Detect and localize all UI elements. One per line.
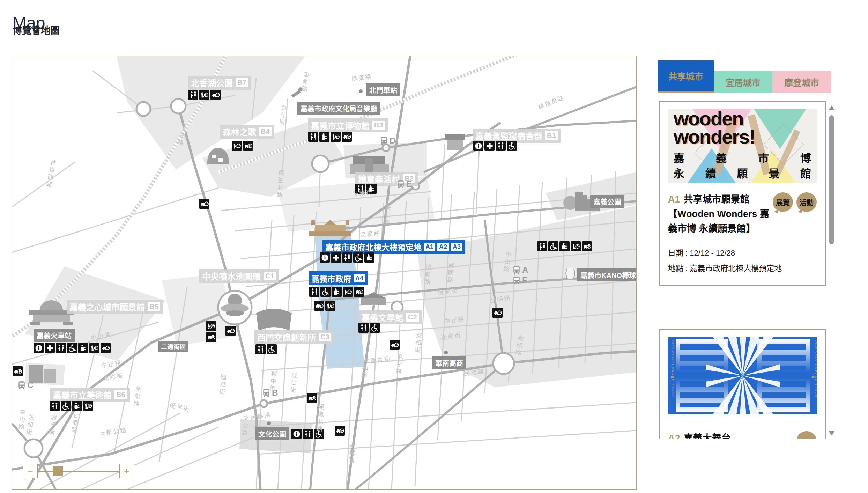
scooter-parking-icon	[83, 401, 93, 411]
venue-label[interactable]: 嘉義市立博物館B3	[308, 118, 388, 132]
venue-label[interactable]: 嘉義市政府A4	[309, 271, 368, 285]
venue-code-B3: B3	[372, 121, 385, 130]
venue-label[interactable]: 嘉義公園	[590, 195, 624, 208]
venue-code: A2	[668, 433, 680, 439]
car-parking-icon	[307, 393, 317, 403]
venue-code: A1	[668, 194, 680, 205]
bus-icon	[379, 136, 389, 146]
venue-華南高商: 華南高商	[432, 356, 466, 369]
nursing-icon	[72, 401, 82, 411]
venue-code-C3: C3	[319, 333, 331, 341]
poster-title-en: woodenwonders!	[674, 110, 755, 146]
venue-label[interactable]: 文化公園	[255, 427, 289, 440]
venue-嘉義市立美術館: 嘉義市立美術館B6	[50, 388, 130, 402]
facility-icon-row	[308, 132, 352, 142]
car-parking-icon	[354, 287, 364, 297]
car-parking-icon	[390, 340, 400, 350]
venue-code-B4: B4	[259, 127, 272, 136]
venue-card-a1[interactable]: woodenwonders! 嘉義市博 永續願景館 A1共享城市願景館【Wood…	[659, 101, 826, 286]
info-icon	[34, 343, 44, 353]
venue-code-A3: A3	[451, 243, 462, 251]
toilet-icon	[308, 132, 318, 142]
car-parking-icon	[314, 301, 324, 311]
venue-label[interactable]: 二通街區	[158, 341, 188, 352]
facility-icon-row	[537, 241, 592, 251]
venue-code-B7: B7	[236, 78, 248, 87]
zoom-out-button[interactable]: −	[23, 464, 38, 478]
venue-label[interactable]: 嘉義之心城市願景館B5	[67, 300, 163, 314]
poster-title-zh2: 永續願景館	[674, 165, 811, 181]
landmark-museum	[350, 156, 389, 174]
zoom-in-button[interactable]: +	[119, 464, 134, 478]
toilet-icon	[303, 429, 313, 439]
tab-宜居城市[interactable]: 宜居城市	[714, 71, 772, 93]
toilet-icon	[496, 141, 506, 151]
venue-tag-展覽: 展覽	[773, 192, 793, 212]
nursing-icon	[559, 241, 570, 251]
map-zoom-control[interactable]: − +	[23, 464, 134, 479]
venue-嘉義市KANO棒球場: 嘉義市KANO棒球場	[577, 268, 637, 281]
standalone-parking	[206, 321, 216, 331]
facility-icon-row	[188, 90, 221, 100]
scrollbar-thumb[interactable]	[829, 115, 834, 244]
nursing-icon	[364, 252, 374, 263]
toilet-icon	[342, 252, 352, 263]
standalone-parking	[225, 326, 236, 336]
scroll-up-icon[interactable]	[829, 105, 834, 110]
car-parking-icon	[243, 141, 253, 151]
scooter-parking-icon	[343, 287, 353, 297]
car-parking-icon	[582, 241, 592, 251]
car-parking-icon	[342, 132, 352, 142]
accessible-icon	[61, 401, 71, 411]
venue-label[interactable]: 森林之歌B4	[220, 125, 274, 139]
venue-label[interactable]: 嘉義火車站	[34, 329, 75, 342]
venue-card-list[interactable]: woodenwonders! 嘉義市博 永續願景館 A1共享城市願景館【Wood…	[658, 101, 834, 439]
facility-icon-row	[232, 141, 253, 151]
sidebar-scrollbar[interactable]	[829, 101, 834, 439]
venue-嘉義文學館: 嘉義文學館C2	[359, 310, 422, 324]
category-tabs: 共享城市宜居城市摩登城市	[658, 60, 834, 93]
zoom-slider-handle[interactable]	[53, 466, 63, 476]
venue-label[interactable]: 嘉義市政府北棟大樓預定地A1A2A3	[322, 240, 465, 254]
venue-嘉義市政府文化局音樂廳: 嘉義市政府文化局音樂廳	[297, 102, 380, 115]
standalone-parking	[335, 426, 345, 436]
venue-嘉義市政府: 嘉義市政府A4	[309, 271, 368, 285]
scroll-down-icon[interactable]	[829, 431, 834, 436]
poster-side-text: 2025 CHIAYI GRAND STAGE	[671, 340, 674, 397]
facility-icon-row	[309, 287, 364, 297]
venue-label[interactable]: 嘉義市立美術館B6	[50, 388, 130, 402]
zoom-slider-track[interactable]	[30, 471, 127, 472]
street-label-長榮街: 長榮街	[352, 187, 373, 198]
info-icon	[473, 141, 483, 151]
venue-label[interactable]: 北香湖公園B7	[188, 76, 251, 90]
venue-label[interactable]: 嘉義市政府文化局音樂廳	[297, 102, 380, 115]
venue-label[interactable]: 嘉義文學館C2	[359, 310, 422, 324]
car-parking-icon	[335, 426, 345, 436]
bus-stop-D: D	[379, 136, 395, 146]
venue-card-a2[interactable]: 2025 CHIAYI GRAND STAGE 2025 CHIAYI GRAN…	[659, 329, 826, 439]
standalone-parking	[206, 332, 216, 342]
venue-tags: 展覽活動	[773, 192, 817, 236]
tab-摩登城市[interactable]: 摩登城市	[772, 71, 831, 93]
venue-date: 日期 : 12/12 - 12/28	[668, 245, 817, 261]
venue-二通街區: 二通街區	[158, 341, 188, 352]
first-aid-icon	[331, 252, 341, 263]
venue-code-A2: A2	[437, 243, 449, 251]
standalone-parking	[390, 340, 400, 350]
nursing-icon	[332, 287, 342, 297]
venue-label[interactable]: 北門車站	[366, 83, 400, 96]
venue-label[interactable]: 中央噴水池圓環C1	[199, 269, 279, 283]
tab-共享城市[interactable]: 共享城市	[658, 60, 714, 93]
page-subtitle: 博覽會地圖	[13, 23, 60, 37]
facility-icon-row	[473, 141, 517, 151]
map-canvas[interactable]: 北香湖公園B7森林之歌B4嘉義市政府文化局音樂廳北門車站嘉義市立博物館B3嘉義舊…	[12, 56, 636, 489]
bus-stop-F: F	[512, 275, 527, 285]
venue-嘉義舊監獄宿舍群: 嘉義舊監獄宿舍群B1	[473, 129, 561, 143]
facility-icon-row	[358, 323, 380, 333]
venue-label[interactable]: 嘉義市KANO棒球場	[577, 268, 637, 281]
venue-label[interactable]: 西門交誼創新所C3	[254, 330, 334, 344]
venue-西門交誼創新所: 西門交誼創新所C3	[254, 330, 334, 344]
expo-map[interactable]: 北香湖公園B7森林之歌B4嘉義市政府文化局音樂廳北門車站嘉義市立博物館B3嘉義舊…	[12, 56, 637, 490]
venue-label[interactable]: 華南高商	[432, 356, 466, 369]
location-dot	[359, 89, 363, 93]
